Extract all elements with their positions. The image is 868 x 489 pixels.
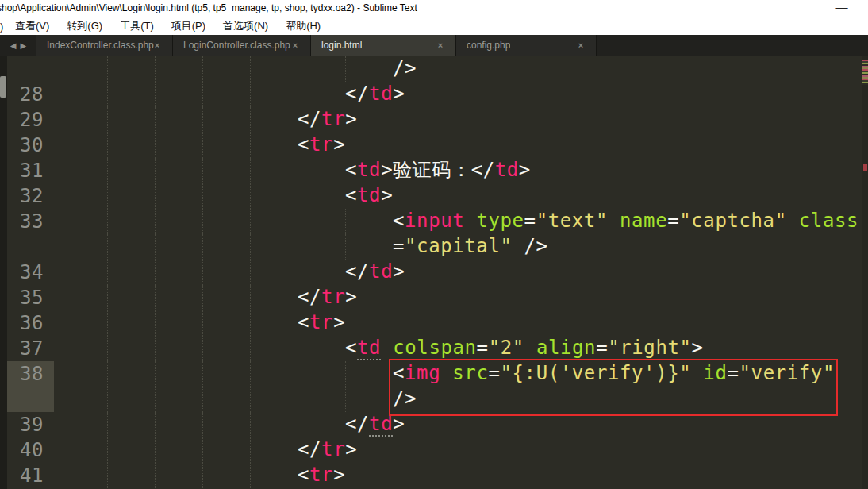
chevron-left-icon[interactable]: ◀: [10, 41, 17, 50]
code-token: align: [536, 337, 596, 359]
indent-guide: [155, 82, 156, 107]
code-token: <: [345, 337, 357, 359]
indent-guide: [60, 234, 60, 260]
code-line[interactable]: <tr>: [298, 310, 345, 336]
menu-item[interactable]: 工具(T): [113, 20, 164, 32]
editor-area[interactable]: />28</td>29</tr>30<tr>31<td>验证码：</td>32<…: [0, 56, 868, 489]
code-token: "capital": [405, 235, 512, 257]
indent-guide: [202, 412, 203, 437]
code-line[interactable]: <td>验证码：</td>: [345, 158, 531, 183]
code-line[interactable]: />: [393, 56, 417, 82]
code-token: "2": [489, 337, 524, 359]
indent-guide: [155, 285, 156, 310]
code-line[interactable]: ="capital" />: [393, 234, 548, 260]
indent-guide: [107, 437, 108, 463]
tab-login-html[interactable]: login.html×: [311, 35, 456, 56]
code-token: td: [357, 337, 381, 360]
indent-guide: [250, 133, 251, 158]
code-token: </: [345, 260, 369, 283]
tab-label: IndexController.class.php: [47, 40, 154, 51]
tab-config-php[interactable]: config.php×: [456, 35, 597, 56]
code-line[interactable]: </tr>: [298, 285, 357, 310]
menu-item[interactable]: 查看(V): [8, 20, 60, 32]
code-row: 33<input type="text" name="captcha" clas…: [0, 209, 868, 234]
code-token: td: [357, 159, 381, 181]
code-token: tr: [309, 133, 333, 156]
code-token: </: [345, 413, 369, 435]
indent-guide: [250, 209, 251, 234]
line-number: 34: [7, 260, 54, 285]
code-line[interactable]: </tr>: [298, 107, 357, 133]
indent-guide: [107, 183, 108, 209]
indent-guide: [60, 82, 60, 107]
code-token: =: [524, 210, 536, 232]
indent-guide: [298, 260, 298, 285]
code-line[interactable]: </tr>: [298, 437, 357, 463]
indent-guide: [202, 107, 203, 133]
tab-label: config.php: [467, 40, 510, 51]
code-token: <: [298, 133, 309, 156]
code-row: 32<td>: [0, 183, 868, 209]
indent-guide: [298, 183, 298, 209]
indent-guide: [155, 183, 156, 209]
tab-logincontroller-class-php[interactable]: LoginController.class.php×: [173, 35, 311, 56]
code-row: />: [0, 56, 868, 82]
code-token: tr: [309, 311, 333, 333]
tab-label: LoginController.class.php: [183, 40, 290, 51]
scrollbar-thumb[interactable]: [0, 76, 6, 98]
code-row: 34</td>: [0, 260, 868, 285]
menu-item[interactable]: 帮助(H): [278, 20, 331, 32]
indent-guide: [60, 56, 60, 82]
indent-guide: [155, 234, 156, 260]
code-token: [381, 337, 393, 359]
code-line[interactable]: <tr>: [298, 133, 345, 158]
line-number: 39: [7, 412, 54, 437]
indent-guide: [250, 56, 251, 82]
minimize-button[interactable]: —: [830, 0, 854, 16]
code-token: >: [519, 159, 531, 181]
code-row: 29</tr>: [0, 107, 868, 133]
indent-guide: [345, 387, 346, 412]
code-token: td: [495, 159, 519, 181]
menu-item-partial[interactable]: ): [0, 21, 8, 33]
line-number: 36: [7, 310, 54, 336]
indent-guide: [60, 463, 60, 488]
tab-indexcontroller-class-php[interactable]: IndexController.class.php×: [36, 35, 173, 56]
indent-guide: [155, 336, 156, 361]
menu-item[interactable]: 首选项(N): [216, 20, 278, 32]
indent-guide: [202, 285, 203, 310]
code-line[interactable]: <td colspan="2" align="right">: [345, 336, 704, 361]
menu-item[interactable]: 转到(G): [60, 20, 113, 32]
close-icon[interactable]: ×: [435, 40, 446, 51]
minimap[interactable]: [862, 56, 868, 489]
code-token: <: [345, 184, 357, 206]
code-token: tr: [321, 438, 345, 460]
indent-guide: [155, 158, 156, 183]
code-line[interactable]: </td>: [345, 82, 405, 107]
code-token: =: [477, 337, 489, 359]
close-icon[interactable]: ×: [290, 40, 301, 51]
indent-guide: [155, 107, 156, 133]
menu-item[interactable]: 项目(P): [164, 20, 216, 32]
indent-guide: [298, 209, 298, 234]
code-line[interactable]: <td>: [345, 183, 393, 209]
indent-guide: [155, 463, 156, 488]
code-token: =: [393, 235, 405, 257]
indent-guide: [107, 260, 108, 285]
close-icon[interactable]: ×: [575, 40, 586, 51]
line-number: 33: [7, 209, 54, 234]
code-token: >: [345, 286, 357, 308]
chevron-right-icon[interactable]: ▶: [21, 41, 27, 50]
code-line[interactable]: <tr>: [298, 463, 345, 488]
indent-guide: [250, 260, 251, 285]
code-line[interactable]: <input type="text" name="captcha" class: [393, 209, 858, 234]
code-row: 30<tr>: [0, 133, 868, 158]
indent-guide: [202, 56, 203, 82]
code-line[interactable]: </td>: [345, 260, 405, 285]
code-token: name: [620, 210, 667, 232]
close-icon[interactable]: ×: [152, 40, 163, 51]
indent-guide: [250, 437, 251, 463]
code-token: td: [357, 184, 381, 206]
minimap-code-speckle: [862, 60, 868, 85]
code-row: 35</tr>: [0, 285, 868, 310]
